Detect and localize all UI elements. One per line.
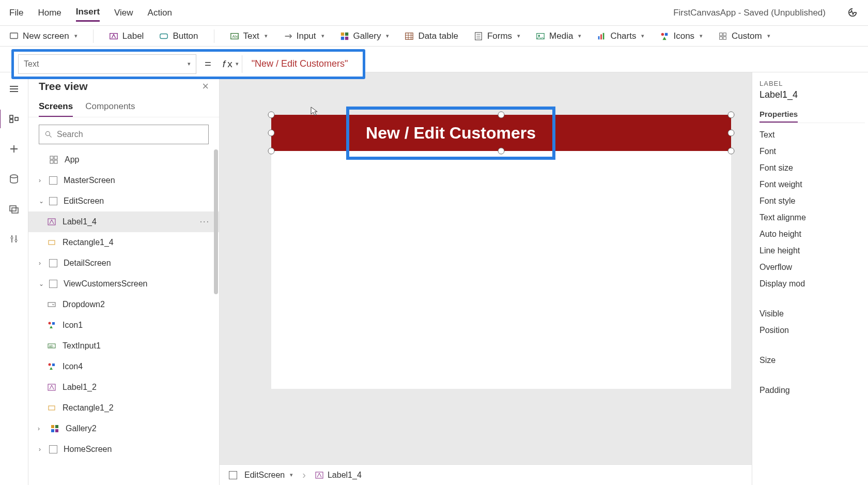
svg-rect-46 — [51, 425, 54, 428]
insert-gallery-dropdown[interactable]: Gallery▾ — [340, 31, 390, 41]
menu-action[interactable]: Action — [148, 5, 172, 21]
prop-row[interactable]: Padding — [760, 378, 868, 395]
tree-node-masterscreen[interactable]: ›MasterScreen — [28, 170, 219, 191]
prop-row[interactable]: Display mod — [760, 272, 868, 289]
prop-row[interactable]: Overflow — [760, 255, 868, 272]
prop-row[interactable]: Text alignme — [760, 206, 868, 222]
insert-button-button[interactable]: Button — [159, 31, 198, 41]
svg-rect-23 — [10, 119, 13, 123]
selection-handles[interactable] — [267, 111, 735, 155]
menu-view[interactable]: View — [114, 5, 133, 21]
insert-gallery-label: Gallery — [353, 31, 381, 41]
new-screen-button[interactable]: New screen▾ — [9, 31, 78, 41]
tree-node-gallery2[interactable]: ›Gallery2 — [28, 418, 219, 439]
insert-charts-dropdown[interactable]: Charts▾ — [597, 31, 644, 41]
insert-media-dropdown[interactable]: Media▾ — [536, 31, 581, 41]
breadcrumb-separator: › — [302, 469, 306, 481]
breadcrumb-control[interactable]: Label1_4 — [315, 471, 362, 480]
tree-node-detailscreen[interactable]: ›DetailScreen — [28, 253, 219, 274]
close-panel-icon[interactable]: × — [202, 80, 209, 93]
tab-screens[interactable]: Screens — [39, 97, 73, 117]
insert-icons-label: Icons — [673, 31, 694, 41]
svg-rect-48 — [51, 429, 54, 432]
tree-scroll-area[interactable]: App ›MasterScreen ⌄EditScreen Label1_4··… — [28, 149, 219, 485]
tree-search-input[interactable]: Search — [39, 125, 209, 144]
insert-forms-dropdown[interactable]: Forms▾ — [474, 31, 520, 41]
ribbon-separator — [93, 29, 94, 43]
tree-view-icon[interactable] — [0, 110, 27, 128]
insert-input-label: Input — [297, 31, 316, 41]
prop-row[interactable]: Font — [760, 140, 868, 156]
prop-row[interactable]: Auto height — [760, 222, 868, 239]
insert-ribbon: New screen▾ Label Button Abc Text▾ Input… — [0, 26, 868, 47]
tree-node-rectangle14[interactable]: Rectangle1_4 — [28, 232, 219, 253]
tree-node-label14[interactable]: Label1_4··· — [28, 211, 219, 232]
prop-row[interactable]: Line height — [760, 239, 868, 255]
properties-panel: LABEL Label1_4 Properties Text Font Font… — [752, 72, 868, 485]
svg-point-42 — [49, 363, 51, 366]
svg-rect-18 — [720, 33, 722, 35]
tree-view-title: Tree view — [39, 80, 88, 93]
breadcrumb-screen[interactable]: EditScreen▾ — [229, 471, 293, 480]
data-icon[interactable] — [5, 170, 23, 188]
tree-node-app[interactable]: App — [28, 149, 219, 170]
tree-node-rectangle12[interactable]: Rectangle1_2 — [28, 398, 219, 418]
insert-data-table-button[interactable]: Data table — [405, 31, 458, 41]
insert-charts-label: Charts — [610, 31, 636, 41]
svg-point-28 — [11, 237, 13, 239]
svg-rect-6 — [345, 32, 348, 35]
fx-button[interactable]: fx▾ — [220, 55, 242, 73]
svg-rect-45 — [49, 406, 55, 410]
hamburger-icon[interactable] — [5, 80, 23, 98]
prop-row[interactable]: Font size — [760, 156, 868, 173]
insert-input-dropdown[interactable]: Input▾ — [283, 31, 324, 41]
more-options-icon[interactable]: ··· — [200, 217, 210, 226]
chevron-down-icon: ▾ — [578, 33, 581, 39]
svg-rect-47 — [55, 425, 58, 428]
tree-node-editscreen[interactable]: ⌄EditScreen — [28, 191, 219, 211]
menu-insert[interactable]: Insert — [76, 4, 100, 22]
formula-highlight: Text ▾ = fx▾ "New / Edit Customers" — [11, 49, 365, 79]
tree-node-label12[interactable]: Label1_2 — [28, 377, 219, 398]
insert-custom-dropdown[interactable]: Custom▾ — [718, 31, 770, 41]
svg-rect-24 — [15, 117, 18, 120]
svg-rect-7 — [340, 36, 344, 39]
formula-input[interactable]: "New / Edit Customers" — [247, 55, 359, 73]
formula-bar: Text ▾ = fx▾ "New / Edit Customers" — [0, 47, 868, 72]
tree-scrollbar[interactable] — [214, 149, 218, 294]
insert-text-dropdown[interactable]: Abc Text▾ — [230, 31, 268, 41]
tree-node-dropdown2[interactable]: Dropdown2 — [28, 294, 219, 315]
tab-components[interactable]: Components — [85, 97, 135, 117]
screen-canvas[interactable] — [271, 115, 731, 389]
tree-node-viewcustomers[interactable]: ⌄ViewCustomersScreen — [28, 274, 219, 294]
add-icon[interactable] — [5, 140, 23, 158]
svg-point-53 — [268, 130, 274, 136]
media-rail-icon[interactable] — [5, 200, 23, 218]
insert-label-button[interactable]: Label — [109, 31, 144, 41]
insert-icons-dropdown[interactable]: Icons▾ — [660, 31, 703, 41]
svg-point-54 — [728, 130, 734, 136]
tree-node-homescreen[interactable]: ›HomeScreen — [28, 439, 219, 460]
top-menu-bar: File Home Insert View Action FirstCanvas… — [0, 0, 868, 26]
tree-node-textinput1[interactable]: abTextInput1 — [28, 336, 219, 356]
menu-home[interactable]: Home — [38, 5, 61, 21]
app-health-icon[interactable] — [847, 7, 859, 19]
menu-file[interactable]: File — [9, 5, 23, 21]
svg-rect-20 — [720, 36, 722, 39]
tree-node-icon4[interactable]: Icon4 — [28, 356, 219, 377]
tree-node-icon1[interactable]: Icon1 — [28, 315, 219, 336]
chevron-down-icon: ▾ — [236, 60, 239, 67]
left-rail — [0, 72, 28, 485]
canvas-area[interactable]: New / Edit Customers EditScreen▾ › Label… — [220, 72, 752, 485]
svg-rect-5 — [340, 32, 344, 35]
prop-row[interactable]: Position — [760, 319, 868, 335]
prop-row[interactable]: Font weight — [760, 173, 868, 189]
prop-row[interactable]: Text — [760, 123, 868, 140]
svg-rect-27 — [12, 208, 18, 213]
advanced-tools-icon[interactable] — [5, 230, 23, 248]
prop-row[interactable]: Size — [760, 348, 868, 365]
property-selector[interactable]: Text ▾ — [18, 54, 196, 74]
prop-row[interactable]: Visible — [760, 302, 868, 319]
tab-properties[interactable]: Properties — [760, 107, 798, 123]
prop-row[interactable]: Font style — [760, 189, 868, 206]
